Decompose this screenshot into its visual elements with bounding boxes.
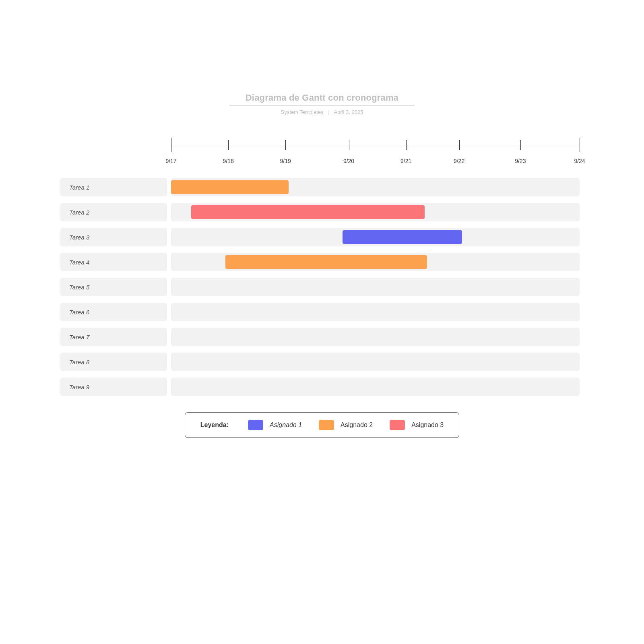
task-track [171, 228, 580, 246]
task-track [171, 178, 580, 196]
task-label: Tarea 9 [60, 378, 167, 396]
task-row: Tarea 5 [60, 278, 584, 296]
axis-tick [520, 140, 521, 150]
legend-swatch [319, 420, 334, 430]
gantt-template-page: Diagrama de Gantt con cronograma System … [0, 0, 644, 644]
header-subline: System Templates | April 3, 2025 [0, 109, 644, 115]
task-label: Tarea 2 [60, 203, 167, 221]
task-row: Tarea 9 [60, 378, 584, 396]
task-label: Tarea 1 [60, 178, 167, 196]
gantt-bar[interactable] [171, 180, 289, 194]
legend-label: Asignado 1 [270, 421, 302, 429]
task-label: Tarea 6 [60, 303, 167, 321]
legend: Leyenda: Asignado 1Asignado 2Asignado 3 [185, 412, 459, 438]
task-track [171, 278, 580, 296]
legend-swatch [390, 420, 405, 430]
task-row: Tarea 8 [60, 353, 584, 371]
legend-title: Leyenda: [200, 421, 229, 429]
task-track [171, 203, 580, 221]
legend-item: Asignado 3 [390, 420, 444, 430]
axis-tick [406, 140, 407, 150]
title-underline: Diagrama de Gantt con cronograma [229, 93, 415, 106]
axis-tick [171, 138, 171, 152]
task-row: Tarea 6 [60, 303, 584, 321]
axis-tick-label: 9/23 [515, 158, 526, 164]
task-row: Tarea 3 [60, 228, 584, 246]
task-label: Tarea 4 [60, 253, 167, 271]
legend-swatch [248, 420, 263, 430]
task-row: Tarea 1 [60, 178, 584, 196]
separator-icon: | [328, 109, 329, 115]
task-row: Tarea 2 [60, 203, 584, 221]
gantt-chart: 9/179/189/199/209/219/229/239/24 Tarea 1… [60, 135, 584, 396]
author-label: System Templates [281, 109, 324, 115]
task-label: Tarea 3 [60, 228, 167, 246]
task-label: Tarea 5 [60, 278, 167, 296]
axis-tick [459, 140, 460, 150]
task-track [171, 353, 580, 371]
task-label: Tarea 7 [60, 328, 167, 346]
gantt-bar[interactable] [343, 230, 462, 244]
axis-tick [349, 140, 349, 150]
gantt-bar[interactable] [191, 205, 425, 219]
legend-wrap: Leyenda: Asignado 1Asignado 2Asignado 3 [0, 412, 644, 438]
task-track [171, 378, 580, 396]
axis-tick [285, 140, 286, 150]
axis-tick-label: 9/20 [343, 158, 354, 164]
legend-label: Asignado 3 [411, 421, 444, 429]
axis-tick-label: 9/24 [574, 158, 585, 164]
axis-tick-label: 9/19 [280, 158, 291, 164]
timeline-axis: 9/179/189/199/209/219/229/239/24 [171, 135, 580, 159]
axis-tick [228, 140, 229, 150]
task-track [171, 328, 580, 346]
axis-tick [580, 138, 580, 152]
date-label: April 3, 2025 [334, 109, 363, 115]
legend-item: Asignado 2 [319, 420, 373, 430]
axis-tick-label: 9/21 [400, 158, 411, 164]
task-track [171, 253, 580, 271]
axis-tick-label: 9/18 [223, 158, 233, 164]
task-track [171, 303, 580, 321]
task-rows: Tarea 1Tarea 2Tarea 3Tarea 4Tarea 5Tarea… [60, 178, 584, 396]
legend-label: Asignado 2 [341, 421, 373, 429]
page-title: Diagrama de Gantt con cronograma [246, 93, 399, 103]
task-label: Tarea 8 [60, 353, 167, 371]
task-row: Tarea 4 [60, 253, 584, 271]
gantt-bar[interactable] [225, 255, 427, 269]
task-row: Tarea 7 [60, 328, 584, 346]
axis-line [171, 145, 580, 145]
legend-item: Asignado 1 [248, 420, 302, 430]
axis-tick-label: 9/22 [454, 158, 464, 164]
header: Diagrama de Gantt con cronograma System … [0, 93, 644, 115]
axis-tick-label: 9/17 [165, 158, 176, 164]
